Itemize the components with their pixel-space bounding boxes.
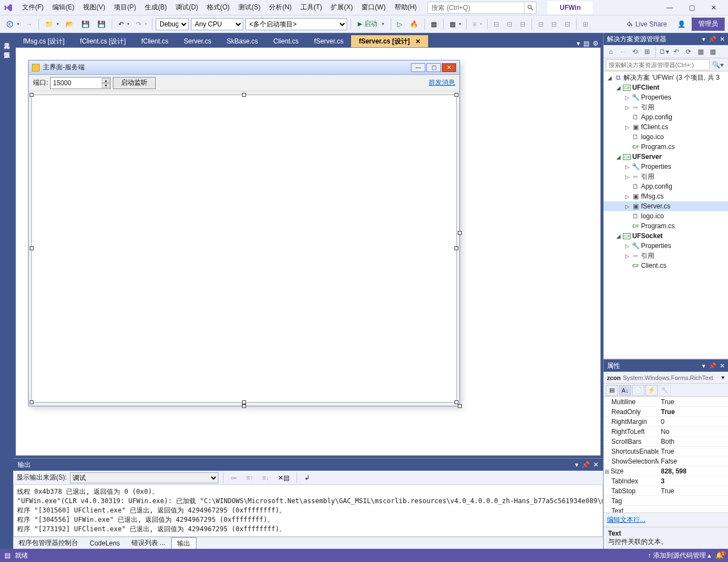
tab-more-icon[interactable]: ⚙ bbox=[593, 40, 599, 47]
properties-icon[interactable]: ▦ bbox=[696, 47, 705, 57]
resize-handle[interactable] bbox=[242, 404, 246, 408]
spin-up-icon[interactable]: ▲ bbox=[102, 78, 110, 83]
output-source-select[interactable]: 调试 bbox=[70, 472, 218, 483]
nav-back-button[interactable] bbox=[3, 18, 21, 30]
properties-object-selector[interactable]: zcon System.Windows.Forms.RichText ▾ bbox=[604, 372, 728, 384]
property-row[interactable]: ScrollBarsBoth bbox=[604, 437, 728, 447]
spacing-button-1[interactable]: ⊟ bbox=[491, 18, 502, 30]
document-tab[interactable]: fClient.cs bbox=[134, 35, 176, 47]
maximize-button[interactable]: ▢ bbox=[681, 1, 703, 15]
panel-close-icon[interactable]: ✕ bbox=[593, 461, 599, 469]
document-tab[interactable]: Server.cs bbox=[176, 35, 219, 47]
spin-down-icon[interactable]: ▼ bbox=[102, 83, 110, 88]
sync-icon[interactable]: ⟲ bbox=[630, 47, 640, 57]
resize-handle[interactable] bbox=[455, 93, 458, 97]
tree-node[interactable]: ▷🔧Properties bbox=[604, 92, 728, 102]
tree-node[interactable]: ▷▫▫引用 bbox=[604, 251, 728, 261]
panel-pin-icon[interactable]: 📌 bbox=[582, 461, 590, 469]
start-without-debug-button[interactable]: ▷ bbox=[395, 18, 405, 30]
search-icon[interactable] bbox=[524, 2, 536, 13]
property-row[interactable]: MultilineTrue bbox=[604, 397, 728, 407]
tool-strip-item[interactable]: 数据源 bbox=[2, 43, 12, 52]
menu-item[interactable]: 调试(D) bbox=[171, 1, 202, 14]
output-wrap-icon[interactable]: ↲ bbox=[302, 472, 313, 484]
collapse-icon[interactable]: ↶ bbox=[671, 47, 681, 57]
resize-handle[interactable] bbox=[30, 246, 34, 250]
scope-icon[interactable]: ⊞ bbox=[642, 47, 652, 57]
panel-close-icon[interactable]: ✕ bbox=[720, 362, 725, 370]
spacing-button-2[interactable]: ⊟ bbox=[504, 18, 515, 30]
start-debug-button[interactable]: ▶启动 bbox=[354, 19, 387, 29]
panel-dropdown-icon[interactable]: ▾ bbox=[702, 362, 705, 370]
listen-button[interactable]: 启动监听 bbox=[113, 77, 156, 89]
align-button[interactable]: ≡ bbox=[470, 18, 484, 30]
port-input[interactable]: 15000 ▲▼ bbox=[50, 77, 111, 89]
tab-pin-icon[interactable]: ▤ bbox=[583, 40, 589, 47]
form-window[interactable]: 主界面-服务端 — ▢ ✕ 端口: 15000 ▲▼ 启动监听 bbox=[28, 60, 460, 406]
refresh-icon[interactable]: ⟳ bbox=[683, 47, 693, 57]
tree-node[interactable]: 🗋logo.ico bbox=[604, 211, 728, 221]
back-icon[interactable]: ← bbox=[618, 47, 628, 57]
open-file-button[interactable]: 📂 bbox=[63, 18, 76, 30]
form-maximize-icon[interactable]: ▢ bbox=[426, 63, 441, 72]
showall-icon[interactable]: 🗋▾ bbox=[659, 47, 669, 57]
close-icon[interactable]: ✕ bbox=[415, 38, 420, 45]
status-output-icon[interactable]: ▤ bbox=[4, 552, 10, 559]
resize-handle[interactable] bbox=[455, 400, 458, 404]
output-goto-icon[interactable]: ≔ bbox=[228, 472, 240, 484]
alphabetical-icon[interactable]: A↓ bbox=[619, 385, 631, 396]
resize-handle[interactable] bbox=[242, 93, 246, 97]
tree-node[interactable]: ◢⧉解决方案 'UFWin' (3 个项目, 共 3 bbox=[604, 73, 728, 82]
property-row[interactable]: TabIndex3 bbox=[604, 476, 728, 486]
redo-button[interactable]: ↷ bbox=[133, 18, 149, 30]
menu-item[interactable]: 生成(B) bbox=[140, 1, 171, 14]
output-clear-icon[interactable]: ✕▤ bbox=[275, 472, 292, 484]
preview-icon[interactable]: ▦ bbox=[708, 47, 718, 57]
prop-pages-icon[interactable]: 🔧 bbox=[659, 385, 671, 396]
platform-select[interactable]: Any CPU bbox=[191, 18, 243, 30]
properties-grid[interactable]: MultilineTrueReadOnlyTrueRightMargin0Rig… bbox=[604, 397, 728, 513]
spacing-v-button-1[interactable]: ⊟ bbox=[535, 18, 546, 30]
panel-pin-icon[interactable]: 📌 bbox=[709, 362, 716, 370]
spacing-button-3[interactable]: ⊟ bbox=[517, 18, 528, 30]
resize-handle[interactable] bbox=[458, 231, 462, 235]
tree-node[interactable]: ◢C#UFClient bbox=[604, 82, 728, 92]
nav-forward-button[interactable]: → bbox=[23, 18, 35, 30]
quick-search[interactable] bbox=[428, 2, 537, 14]
tree-node[interactable]: 🗋App.config bbox=[604, 112, 728, 122]
property-row[interactable]: ReadOnlyTrue bbox=[604, 407, 728, 417]
panel-dropdown-icon[interactable]: ▾ bbox=[702, 36, 705, 43]
save-all-button[interactable]: 💾 bbox=[95, 18, 108, 30]
menu-item[interactable]: 编辑(E) bbox=[48, 1, 79, 14]
property-row[interactable]: ShowSelectionMFalse bbox=[604, 456, 728, 466]
tree-node[interactable]: 🗋logo.ico bbox=[604, 132, 728, 142]
property-row[interactable]: ShortcutsEnableTrue bbox=[604, 447, 728, 456]
menu-item[interactable]: 项目(P) bbox=[110, 1, 140, 14]
panel-dropdown-icon[interactable]: ▾ bbox=[575, 461, 578, 469]
source-control-button[interactable]: ↑ 添加到源代码管理 ▴ bbox=[648, 551, 711, 560]
panel-pin-icon[interactable]: 📌 bbox=[709, 36, 716, 43]
spacing-v-button-2[interactable]: ⊟ bbox=[549, 18, 560, 30]
events-icon[interactable]: ⚡ bbox=[645, 385, 658, 396]
tree-node[interactable]: ▷▫▫引用 bbox=[604, 102, 728, 112]
property-row[interactable]: RightMargin0 bbox=[604, 417, 728, 427]
solution-search-input[interactable] bbox=[606, 59, 710, 70]
property-row[interactable]: Text bbox=[604, 506, 728, 513]
resize-handle[interactable] bbox=[458, 404, 462, 408]
solution-tree[interactable]: ◢⧉解决方案 'UFWin' (3 个项目, 共 3◢C#UFClient▷🔧P… bbox=[604, 71, 728, 359]
output-text[interactable]: 线程 0x4b378 已退出, 返回值为 0 (0x0)。 "UFWin.exe… bbox=[13, 485, 603, 537]
tab-dropdown-icon[interactable]: ▾ bbox=[577, 40, 580, 47]
menu-item[interactable]: 文件(F) bbox=[18, 1, 48, 14]
tree-node[interactable]: ◢C#UFServer bbox=[604, 152, 728, 162]
search-input[interactable] bbox=[428, 4, 524, 12]
close-button[interactable]: ✕ bbox=[703, 1, 725, 15]
tree-node[interactable]: ▷▣fClient.cs bbox=[604, 122, 728, 132]
search-icon[interactable]: 🔍▾ bbox=[710, 61, 726, 69]
minimize-button[interactable]: — bbox=[659, 1, 681, 15]
layout-button-2[interactable]: ▦ bbox=[447, 18, 463, 30]
form-close-icon[interactable]: ✕ bbox=[442, 63, 456, 72]
output-next-icon[interactable]: ≡↓ bbox=[259, 472, 272, 484]
home-icon[interactable]: ⌂ bbox=[606, 47, 616, 57]
panel-close-icon[interactable]: ✕ bbox=[720, 36, 725, 43]
categorized-icon[interactable]: ▤ bbox=[606, 385, 618, 396]
